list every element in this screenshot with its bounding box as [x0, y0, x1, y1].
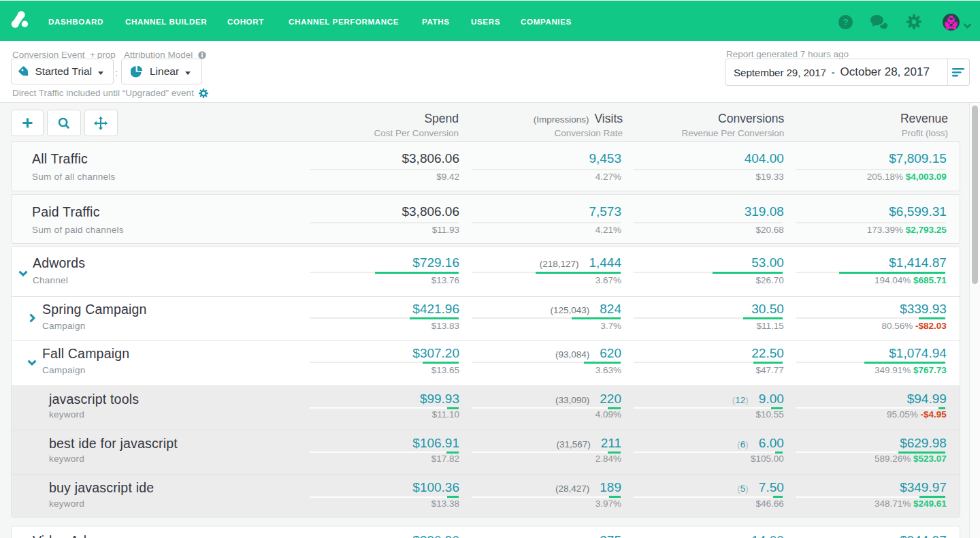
svg-text:?: ? [843, 17, 848, 27]
